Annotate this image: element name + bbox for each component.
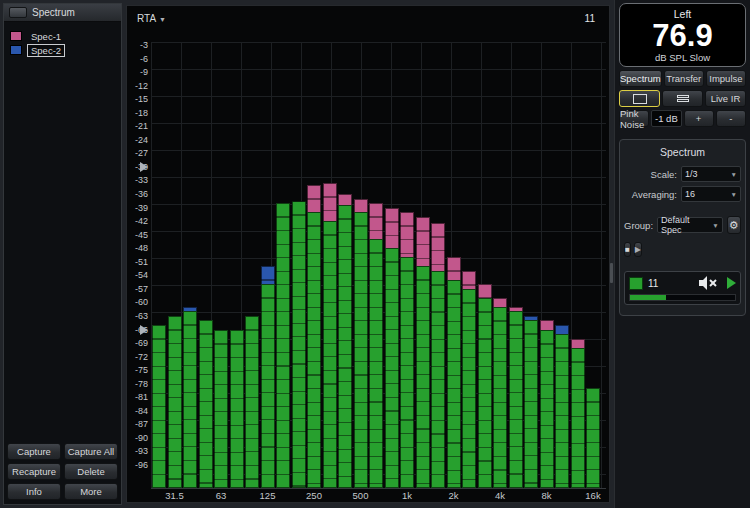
y-axis-tick: -57 <box>127 284 148 294</box>
stop-icon: ■ <box>625 245 630 254</box>
y-axis-tick: -87 <box>127 419 148 429</box>
spectrum-bar-rta-live <box>416 266 430 488</box>
stop-button[interactable]: ■ <box>624 242 631 257</box>
spectrum-bar-rta-live <box>152 325 166 488</box>
noise-level-up-button[interactable]: + <box>684 110 714 127</box>
single-pane-icon <box>633 94 647 104</box>
y-axis-tick: -75 <box>127 365 148 375</box>
play-button[interactable]: ▶ <box>634 242 642 257</box>
spectrum-sidebar: Spectrum Spec-1 Spec-2 Capture Capture A… <box>3 3 122 505</box>
trace-run-icon[interactable] <box>727 277 736 289</box>
y-axis-tick: -33 <box>127 175 148 185</box>
mute-speaker-icon[interactable] <box>698 275 718 291</box>
sidebar-title: Spectrum <box>32 7 75 18</box>
spectrum-bar-rta-live <box>183 311 197 488</box>
level-marker[interactable] <box>140 162 148 172</box>
view-buttons: Live IR <box>619 90 746 107</box>
transport-controls: ■ ▶ <box>624 242 741 257</box>
spl-meter[interactable]: Left 76.9 dB SPL Slow <box>619 3 746 67</box>
spectrum-bar-rta-live <box>586 388 600 488</box>
recapture-button[interactable]: Recapture <box>7 463 61 480</box>
spectrum-bar-rta-live <box>462 289 476 488</box>
legend-item-spec1[interactable]: Spec-1 <box>10 29 115 43</box>
dual-pane-view-button[interactable] <box>662 90 703 107</box>
x-axis-tick: 1k <box>391 490 423 501</box>
y-axis-tick: -45 <box>127 230 148 240</box>
group-value: Default Spec <box>661 215 709 235</box>
trace-id: 11 <box>648 278 693 289</box>
trace-color-swatch <box>629 277 643 290</box>
group-label: Group: <box>624 220 653 231</box>
spectrum-bar-rta-live <box>199 320 213 488</box>
spectrum-bar-rta-live <box>338 205 352 488</box>
y-axis-tick: -24 <box>127 135 148 145</box>
spectrum-bar-rta-live <box>230 330 244 488</box>
y-axis-tick: -42 <box>127 216 148 226</box>
rta-chart: RTA▼ 11 -3-6-9-12-15-18-21-24-27-30-33-3… <box>126 5 610 503</box>
spectrum-bar-rta-live <box>323 221 337 488</box>
y-axis-tick: -18 <box>127 108 148 118</box>
tab-transfer[interactable]: Transfer <box>664 70 704 87</box>
y-axis-tick: -6 <box>127 54 148 64</box>
spectrum-bar-rta-live <box>214 330 228 488</box>
dual-pane-icon <box>677 95 689 102</box>
info-button[interactable]: Info <box>7 483 61 500</box>
y-axis-tick: -21 <box>127 121 148 131</box>
splitter-handle-icon <box>610 263 613 283</box>
tab-spectrum[interactable]: Spectrum <box>619 70 662 87</box>
spectrum-bar-rta-live <box>400 257 414 488</box>
spectrum-bar-rta-live <box>540 330 554 488</box>
signal-generator-row: Pink Noise -1 dB + - <box>619 110 746 127</box>
legend-item-spec2[interactable]: Spec-2 <box>10 43 115 57</box>
x-axis-tick: 4k <box>484 490 516 501</box>
y-axis-tick: -96 <box>127 460 148 470</box>
pink-noise-button[interactable]: Pink Noise <box>619 110 649 127</box>
capture-button-group: Capture Capture All Recapture Delete Inf… <box>7 443 118 500</box>
level-marker[interactable] <box>140 325 148 335</box>
spectrum-bar-rta-live <box>307 212 321 488</box>
x-axis-tick: 31.5 <box>159 490 191 501</box>
averaging-dropdown[interactable]: 16 ▼ <box>681 186 741 202</box>
group-dropdown[interactable]: Default Spec ▼ <box>657 217 723 233</box>
live-trace-meter: 11 <box>624 271 741 305</box>
y-axis-tick: -48 <box>127 243 148 253</box>
spl-value: 76.9 <box>652 21 712 51</box>
y-axis-tick: -60 <box>127 297 148 307</box>
x-axis-tick: 16k <box>577 490 609 501</box>
spectrum-bar-rta-live <box>555 334 569 488</box>
y-axis-labels: -3-6-9-12-15-18-21-24-27-30-33-36-39-42-… <box>127 6 149 504</box>
capture-all-button[interactable]: Capture All <box>64 443 118 460</box>
x-axis-labels: 31.5631252505001k2k4k8k16k <box>151 490 606 502</box>
y-axis-tick: -36 <box>127 189 148 199</box>
spectrum-bar-rta-live <box>431 271 445 488</box>
group-manager-button[interactable]: ⚙ <box>727 216 741 234</box>
spectrum-bar-rta-live <box>245 316 259 488</box>
spectrum-bar-rta-live <box>509 311 523 488</box>
sidebar-collapse-button[interactable] <box>9 7 27 18</box>
spectrum-bar-rta-live <box>493 307 507 488</box>
average-counter: 11 <box>585 13 595 24</box>
scale-value: 1/3 <box>685 169 698 179</box>
control-panel: Left 76.9 dB SPL Slow Spectrum Transfer … <box>614 0 750 508</box>
single-pane-view-button[interactable] <box>619 90 660 107</box>
spectrum-bar-rta-live <box>168 316 182 488</box>
spectrum-bar-rta-live <box>478 298 492 488</box>
delete-button[interactable]: Delete <box>64 463 118 480</box>
averaging-value: 16 <box>685 189 695 199</box>
y-axis-tick: -3 <box>127 40 148 50</box>
y-axis-tick: -54 <box>127 270 148 280</box>
spectrum-bar-rta-live <box>292 201 306 488</box>
more-button[interactable]: More <box>64 483 118 500</box>
noise-level-display: -1 dB <box>651 110 681 127</box>
scale-row: Scale: 1/3 ▼ <box>624 166 741 182</box>
x-axis-tick: 63 <box>205 490 237 501</box>
scale-dropdown[interactable]: 1/3 ▼ <box>681 166 741 182</box>
y-axis-tick: -81 <box>127 392 148 402</box>
capture-button[interactable]: Capture <box>7 443 61 460</box>
y-axis-tick: -69 <box>127 338 148 348</box>
noise-level-down-button[interactable]: - <box>716 110 746 127</box>
spectrum-bar-rta-live <box>354 212 368 488</box>
live-ir-button[interactable]: Live IR <box>705 90 746 107</box>
spectrum-bar-rta-live <box>276 203 290 488</box>
tab-impulse[interactable]: Impulse <box>706 70 746 87</box>
